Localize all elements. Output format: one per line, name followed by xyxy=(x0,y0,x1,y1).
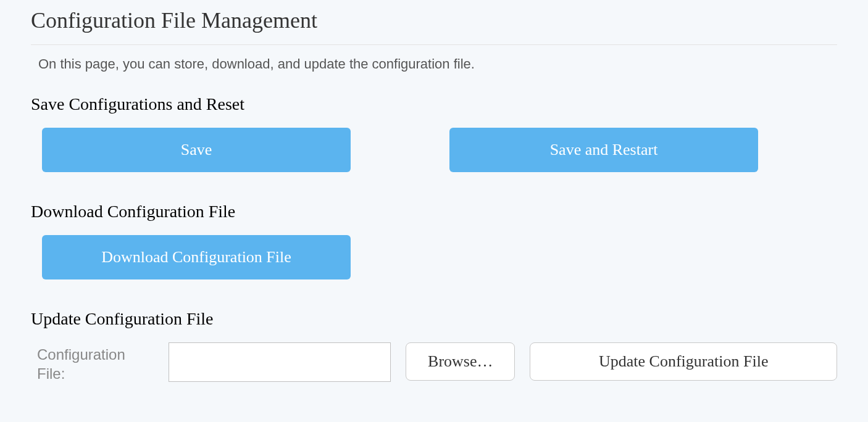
divider xyxy=(31,44,837,45)
save-restart-button[interactable]: Save and Restart xyxy=(449,128,758,172)
download-section-heading: Download Configuration File xyxy=(31,202,837,221)
update-section-heading: Update Configuration File xyxy=(31,309,837,329)
config-file-label: Configuration File: xyxy=(37,342,154,383)
page-title: Configuration File Management xyxy=(31,7,837,33)
page-description: On this page, you can store, download, a… xyxy=(38,56,837,72)
browse-button[interactable]: Browse… xyxy=(406,342,515,381)
save-section-heading: Save Configurations and Reset xyxy=(31,94,837,114)
save-button[interactable]: Save xyxy=(42,128,351,172)
config-file-input[interactable] xyxy=(169,342,391,382)
update-config-button[interactable]: Update Configuration File xyxy=(530,342,837,381)
download-button[interactable]: Download Configuration File xyxy=(42,235,351,279)
